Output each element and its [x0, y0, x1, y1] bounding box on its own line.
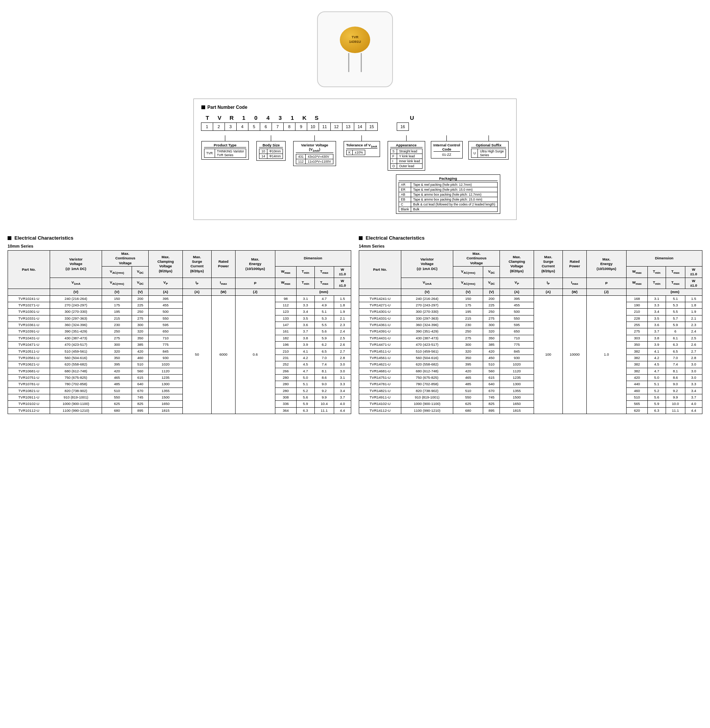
vac-cell-14: 510: [453, 388, 483, 394]
vp-cell-14: 1500: [500, 394, 534, 400]
bs-code-10: 10: [259, 149, 267, 154]
th-ip: Max.SurgeCurrent(8/20μs): [182, 251, 211, 278]
table-row: TVR14561-U 560 (504-616) 350 450 930 382…: [359, 355, 702, 361]
v1ma-cell: 360 (324-396): [50, 322, 102, 328]
wmax-cell-14: 228: [626, 315, 648, 322]
th-ip-sub-14: IP: [534, 278, 562, 289]
part-no-cell: TVR10821-U: [8, 388, 50, 394]
w-cell-14: 3.4: [685, 388, 702, 394]
vac-cell: 550: [102, 394, 132, 400]
tmin-cell-14: 3.5: [648, 315, 666, 322]
tmin-cell: 4.5: [297, 361, 315, 368]
vv-connector-line: [314, 135, 315, 141]
pkg-desc-AB: Tape & ammo box packing (hole pitch: 12.…: [411, 192, 497, 197]
th-vp: Max.ClampingVoltage(8/20μs): [149, 251, 182, 278]
th-v1ma-sub: V1mA: [50, 278, 102, 289]
code-char-row: T V R 1 0 4 3 1 K S U: [201, 115, 509, 121]
table-row: S Straight lead: [390, 149, 422, 154]
part-no-cell-14: TVR14361-U: [359, 322, 401, 328]
char-T: T: [201, 115, 214, 121]
v1ma-cell-14: 390 (351-429): [401, 328, 453, 335]
th-units-vac: (V): [102, 289, 132, 295]
vac-cell-14: 150: [453, 295, 483, 302]
table-row: AB Tape & ammo box packing (hole pitch: …: [399, 192, 498, 197]
series-10mm-title: 10mm Series: [8, 244, 351, 248]
th-vac-sub: VAC(rms): [102, 278, 132, 289]
table-row: O Outer lead: [390, 164, 422, 169]
vdc-cell: 640: [132, 381, 149, 388]
v1ma-cell: 750 (675-825): [50, 374, 102, 381]
th-rated: RatedPower: [212, 251, 236, 278]
num-box-2: 2: [213, 122, 225, 131]
vp-cell-14: 455: [500, 302, 534, 309]
icc-value: 01-ZZ: [434, 153, 460, 157]
th-w-sub: W±1.0: [334, 278, 351, 289]
elec-14mm-section: Electrical Characteristics 14mm Series P…: [359, 235, 702, 414]
tmax-cell-14: 11.1: [666, 407, 685, 414]
wmax-cell: 252: [275, 361, 297, 368]
w-cell-14: 2.8: [685, 355, 702, 361]
part-no-cell: TVR10561-U: [8, 355, 50, 361]
elec-14mm-header: Electrical Characteristics: [359, 235, 702, 241]
w-cell: 2.4: [334, 328, 351, 335]
table-row: Blank Bulk: [399, 207, 498, 212]
p-cell: 0.6: [236, 295, 275, 414]
vp-cell: 650: [149, 328, 182, 335]
body-size-node: Body Size 10 Φ10mm 14 Φ14mm: [256, 141, 286, 161]
vdc-cell: 510: [132, 361, 149, 368]
table-row: TVR14241-U 240 (216-264) 150 200 395 100…: [359, 295, 702, 302]
bs-connector-line: [271, 135, 271, 141]
vp-cell: 1120: [149, 368, 182, 374]
pkg-desc-C: Bulk & cut lead (followed by the codes o…: [411, 202, 497, 207]
pkg-code-ER: ER: [399, 187, 411, 192]
app-desc-F: Y kink lead: [397, 154, 422, 159]
vdc-cell: 250: [132, 309, 149, 315]
th-ip-sub: IP: [182, 278, 211, 289]
num-box-6: 6: [260, 122, 272, 131]
pkg-code-C: C: [399, 202, 411, 207]
v1ma-cell-14: 820 (738-902): [401, 388, 453, 394]
num-box-1: 1: [201, 122, 213, 131]
th-units-wmax: [275, 289, 297, 295]
vac-cell: 485: [102, 381, 132, 388]
wmax-cell: 196: [275, 342, 297, 348]
tmax-cell: 4.7: [314, 295, 334, 302]
th-units-mm-14: (mm): [648, 289, 702, 295]
table-row: TVR10681-U 680 (612-748) 420 560 1120 26…: [8, 368, 351, 374]
w-cell: 3.0: [334, 368, 351, 374]
vdc-cell: 420: [132, 348, 149, 355]
table-row: TVR10361-U 360 (324-396) 230 300 595 147…: [8, 322, 351, 328]
tmax-cell-14: 7.0: [666, 355, 685, 361]
table-row: TVR14781-U 780 (702-858) 485 640 1300 44…: [359, 381, 702, 388]
part-no-cell-14: TVR14911-U: [359, 394, 401, 400]
wmax-cell: 112: [275, 302, 297, 309]
wmax-cell-14: 510: [626, 394, 648, 400]
w-cell: 2.3: [334, 322, 351, 328]
num-box-16: 16: [397, 122, 409, 131]
tmin-cell-14: 3.3: [648, 302, 666, 309]
product-type-group: Product Type TVR THINKING VaristorTVR Se…: [201, 135, 249, 160]
part-no-cell-14: TVR14821-U: [359, 388, 401, 394]
tmax-cell: 6.2: [314, 342, 334, 348]
part-no-cell: TVR10431-U: [8, 335, 50, 341]
tmin-cell: 3.3: [297, 302, 315, 309]
bs-desc-14: Φ14mm: [267, 154, 283, 159]
vp-cell: 1500: [149, 394, 182, 400]
tmin-cell: 4.7: [297, 368, 315, 374]
tmax-cell-14: 6.3: [666, 342, 685, 348]
vp-cell: 1815: [149, 407, 182, 414]
tmax-cell-14: 6.5: [666, 348, 685, 355]
tmin-cell: 5.9: [297, 401, 315, 407]
vp-cell-14: 1300: [500, 381, 534, 388]
th-units-v1ma: (V): [50, 289, 102, 295]
part-no-cell-14: TVR14431-U: [359, 335, 401, 341]
vac-cell-14: 300: [453, 342, 483, 348]
char-U: U: [410, 115, 414, 121]
vac-cell: 150: [102, 295, 132, 302]
char-V: V: [214, 115, 226, 121]
v1ma-cell: 620 (558-682): [50, 361, 102, 368]
vp-cell-14: 650: [500, 328, 534, 335]
char-0: 0: [250, 115, 262, 121]
vdc-cell: 275: [132, 315, 149, 322]
num-box-14: 14: [354, 122, 366, 131]
